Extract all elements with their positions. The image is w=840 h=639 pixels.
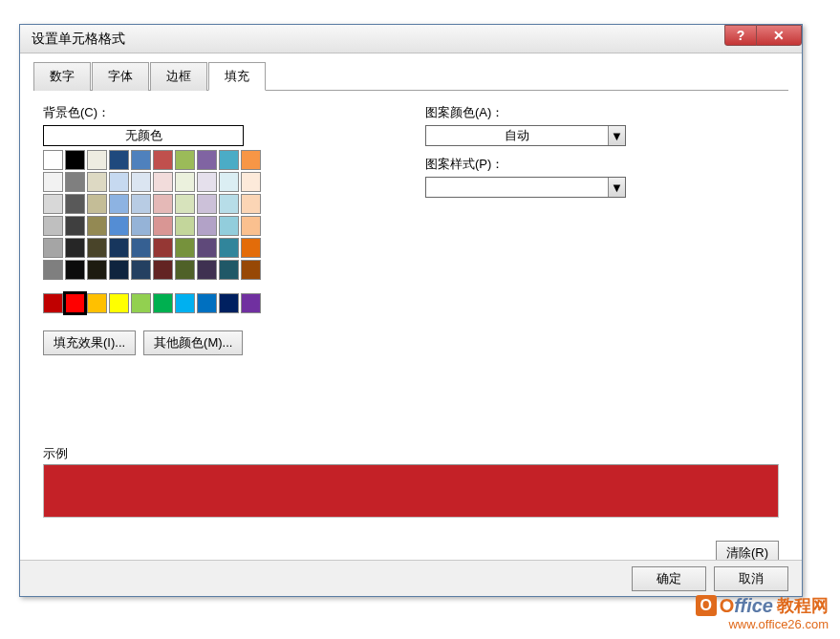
tab-font[interactable]: 字体: [92, 62, 149, 91]
color-swatch[interactable]: [153, 194, 173, 214]
color-swatch[interactable]: [175, 216, 195, 236]
color-swatch[interactable]: [219, 238, 239, 258]
pattern-color-combo[interactable]: 自动 ▼: [425, 125, 626, 146]
color-swatch[interactable]: [219, 194, 239, 214]
color-swatch[interactable]: [197, 172, 217, 192]
color-swatch[interactable]: [65, 150, 85, 170]
color-swatch[interactable]: [109, 150, 129, 170]
color-swatch[interactable]: [131, 216, 151, 236]
no-color-button[interactable]: 无颜色: [43, 125, 244, 146]
dialog-footer: 确定 取消: [20, 560, 802, 596]
example-preview: [43, 464, 779, 518]
close-button[interactable]: ✕: [756, 25, 802, 46]
pattern-color-value: 自动: [426, 126, 608, 145]
example-label: 示例: [43, 445, 779, 462]
cancel-button[interactable]: 取消: [714, 566, 788, 591]
color-swatch[interactable]: [197, 238, 217, 258]
bgcolor-label: 背景色(C)：: [43, 104, 387, 121]
color-swatch[interactable]: [131, 194, 151, 214]
theme-color-palette: [43, 150, 387, 280]
color-swatch[interactable]: [153, 150, 173, 170]
dialog-window: 设置单元格格式 ? ✕ 数字 字体 边框 填充 背景色(C)： 无颜色 填充效果…: [19, 24, 803, 597]
color-swatch[interactable]: [175, 194, 195, 214]
color-swatch[interactable]: [241, 260, 261, 280]
color-swatch[interactable]: [87, 216, 107, 236]
color-swatch[interactable]: [87, 172, 107, 192]
color-swatch[interactable]: [175, 150, 195, 170]
color-swatch[interactable]: [241, 293, 261, 313]
color-swatch[interactable]: [109, 293, 129, 313]
fill-panel: 背景色(C)： 无颜色 填充效果(I)... 其他颜色(M)... 图案颜色(A…: [33, 98, 788, 361]
color-swatch[interactable]: [241, 194, 261, 214]
color-swatch[interactable]: [65, 238, 85, 258]
color-swatch[interactable]: [109, 260, 129, 280]
tab-strip: 数字 字体 边框 填充: [33, 61, 788, 91]
color-swatch[interactable]: [87, 194, 107, 214]
color-swatch[interactable]: [197, 150, 217, 170]
color-swatch[interactable]: [131, 172, 151, 192]
color-swatch[interactable]: [219, 216, 239, 236]
pattern-style-combo[interactable]: ▼: [425, 177, 626, 198]
example-section: 示例: [43, 445, 779, 518]
color-swatch[interactable]: [43, 172, 63, 192]
tab-border[interactable]: 边框: [150, 62, 207, 91]
color-swatch[interactable]: [175, 172, 195, 192]
color-swatch[interactable]: [43, 194, 63, 214]
color-swatch[interactable]: [219, 172, 239, 192]
color-swatch[interactable]: [153, 260, 173, 280]
color-swatch[interactable]: [219, 293, 239, 313]
tab-number[interactable]: 数字: [33, 62, 91, 91]
color-swatch[interactable]: [131, 260, 151, 280]
color-swatch[interactable]: [65, 293, 85, 313]
color-swatch[interactable]: [43, 293, 63, 313]
more-colors-button[interactable]: 其他颜色(M)...: [143, 330, 243, 355]
color-swatch[interactable]: [65, 260, 85, 280]
color-swatch[interactable]: [43, 216, 63, 236]
window-title: 设置单元格格式: [32, 31, 125, 48]
color-swatch[interactable]: [241, 216, 261, 236]
color-swatch[interactable]: [131, 150, 151, 170]
fill-effects-button[interactable]: 填充效果(I)...: [43, 330, 136, 355]
color-swatch[interactable]: [109, 238, 129, 258]
color-swatch[interactable]: [197, 194, 217, 214]
chevron-down-icon: ▼: [608, 178, 625, 197]
color-swatch[interactable]: [87, 150, 107, 170]
left-column: 背景色(C)： 无颜色 填充效果(I)... 其他颜色(M)...: [43, 104, 387, 355]
color-swatch[interactable]: [175, 238, 195, 258]
color-swatch[interactable]: [65, 172, 85, 192]
color-swatch[interactable]: [219, 260, 239, 280]
dialog-content: 数字 字体 边框 填充 背景色(C)： 无颜色 填充效果(I)... 其他颜色(…: [20, 53, 802, 560]
color-swatch[interactable]: [197, 216, 217, 236]
ok-button[interactable]: 确定: [632, 566, 706, 591]
color-swatch[interactable]: [65, 194, 85, 214]
color-swatch[interactable]: [43, 260, 63, 280]
color-swatch[interactable]: [241, 150, 261, 170]
color-swatch[interactable]: [65, 216, 85, 236]
color-swatch[interactable]: [43, 238, 63, 258]
color-swatch[interactable]: [197, 293, 217, 313]
color-swatch[interactable]: [131, 238, 151, 258]
help-button[interactable]: ?: [724, 25, 757, 46]
color-swatch[interactable]: [87, 293, 107, 313]
tab-fill[interactable]: 填充: [208, 62, 266, 91]
color-swatch[interactable]: [241, 238, 261, 258]
color-swatch[interactable]: [153, 293, 173, 313]
color-swatch[interactable]: [153, 216, 173, 236]
color-swatch[interactable]: [153, 238, 173, 258]
color-swatch[interactable]: [87, 260, 107, 280]
color-swatch[interactable]: [43, 150, 63, 170]
color-swatch[interactable]: [87, 238, 107, 258]
color-swatch[interactable]: [175, 260, 195, 280]
color-swatch[interactable]: [109, 216, 129, 236]
color-swatch[interactable]: [219, 150, 239, 170]
color-swatch[interactable]: [175, 293, 195, 313]
color-swatch[interactable]: [197, 260, 217, 280]
color-swatch[interactable]: [153, 172, 173, 192]
color-swatch[interactable]: [109, 172, 129, 192]
color-swatch[interactable]: [109, 194, 129, 214]
titlebar: 设置单元格格式 ? ✕: [20, 25, 802, 53]
right-column: 图案颜色(A)： 自动 ▼ 图案样式(P)： ▼: [425, 104, 626, 355]
color-swatch[interactable]: [131, 293, 151, 313]
office-icon: O: [696, 595, 717, 616]
color-swatch[interactable]: [241, 172, 261, 192]
